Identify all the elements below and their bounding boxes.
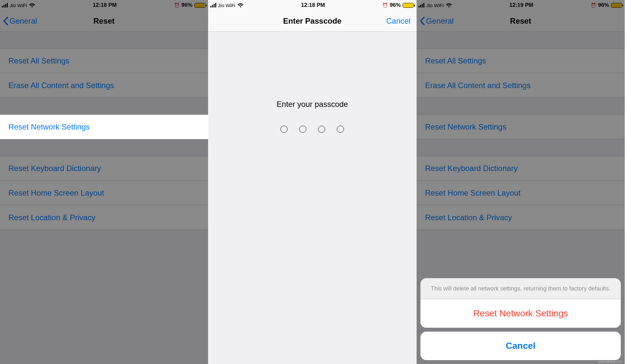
alarm-icon: ⏰ [382,3,388,8]
passcode-dot [280,126,288,133]
reset-options-list: Reset All Settings Erase All Content and… [417,32,625,230]
alarm-icon: ⏰ [174,3,180,8]
carrier-label: Jio WiFi [426,3,443,8]
row-reset-all-settings[interactable]: Reset All Settings [417,49,625,73]
passcode-dot [337,126,344,133]
row-reset-all-settings[interactable]: Reset All Settings [0,49,208,73]
passcode-dot [318,126,325,133]
reset-options-list: Reset All Settings Erase All Content and… [0,32,208,230]
action-sheet: This will delete all network settings, r… [417,274,625,364]
row-reset-keyboard-dictionary[interactable]: Reset Keyboard Dictionary [417,156,625,181]
row-reset-location-privacy[interactable]: Reset Location & Privacy [417,205,625,230]
battery-icon [195,3,206,8]
wifi-icon [237,3,244,7]
carrier-label: Jio WiFi [218,3,235,8]
cancel-button[interactable]: Cancel [386,17,410,26]
page-title: Reset [510,17,531,26]
row-reset-location-privacy[interactable]: Reset Location & Privacy [0,205,208,230]
alarm-icon: ⏰ [591,3,596,8]
passcode-dot [299,126,306,133]
screen-enter-passcode: Jio WiFi 12:18 PM ⏰ 96% Enter Passcode C… [208,0,417,364]
back-button[interactable]: General [3,17,37,26]
screen-reset-list: Jio WiFi 12:18 PM ⏰ 96% General Reset Re… [0,0,208,364]
sheet-confirm-button[interactable]: Reset Network Settings [420,299,621,328]
watermark: www.deuaq.com [598,360,622,363]
status-bar: Jio WiFi 12:18 PM ⏰ 96% [0,0,208,10]
status-time: 12:19 PM [509,2,533,8]
row-reset-keyboard-dictionary[interactable]: Reset Keyboard Dictionary [0,156,208,181]
battery-percent: 96% [182,2,193,8]
battery-percent: 96% [598,2,609,8]
chevron-left-icon [420,17,425,25]
back-label: General [9,17,37,26]
row-erase-all-content[interactable]: Erase All Content and Settings [417,73,625,98]
sheet-message: This will delete all network settings, r… [420,278,621,299]
row-reset-home-screen[interactable]: Reset Home Screen Layout [417,181,625,205]
nav-bar: General Reset [0,10,208,32]
nav-bar: Enter Passcode Cancel [208,10,417,32]
back-button[interactable]: General [420,17,454,26]
wifi-icon [446,3,452,7]
battery-percent: 96% [390,2,401,8]
passcode-dots[interactable] [280,126,344,133]
nav-bar: General Reset [417,10,625,32]
status-bar: Jio WiFi 12:19 PM ⏰ 96% [417,0,625,10]
passcode-prompt: Enter your passcode [277,100,348,109]
back-label: General [426,17,454,26]
chevron-left-icon [3,17,8,25]
status-time: 12:18 PM [301,2,325,8]
screen-reset-confirm: Jio WiFi 12:19 PM ⏰ 96% General Reset Re… [417,0,625,364]
battery-icon [611,3,622,8]
battery-icon [403,3,414,8]
status-bar: Jio WiFi 12:18 PM ⏰ 96% [208,0,417,10]
passcode-entry-area: Enter your passcode [208,32,417,364]
row-reset-home-screen[interactable]: Reset Home Screen Layout [0,181,208,205]
status-time: 12:18 PM [93,2,117,8]
cellular-signal-icon [2,3,8,7]
cellular-signal-icon [210,3,216,7]
row-reset-network-settings[interactable]: Reset Network Settings [0,115,208,139]
page-title: Reset [93,17,114,26]
cellular-signal-icon [419,3,424,7]
row-erase-all-content[interactable]: Erase All Content and Settings [0,73,208,98]
page-title: Enter Passcode [283,17,341,26]
wifi-icon [29,3,35,7]
row-reset-network-settings[interactable]: Reset Network Settings [417,115,625,139]
carrier-label: Jio WiFi [10,3,27,8]
sheet-cancel-button[interactable]: Cancel [420,332,621,360]
